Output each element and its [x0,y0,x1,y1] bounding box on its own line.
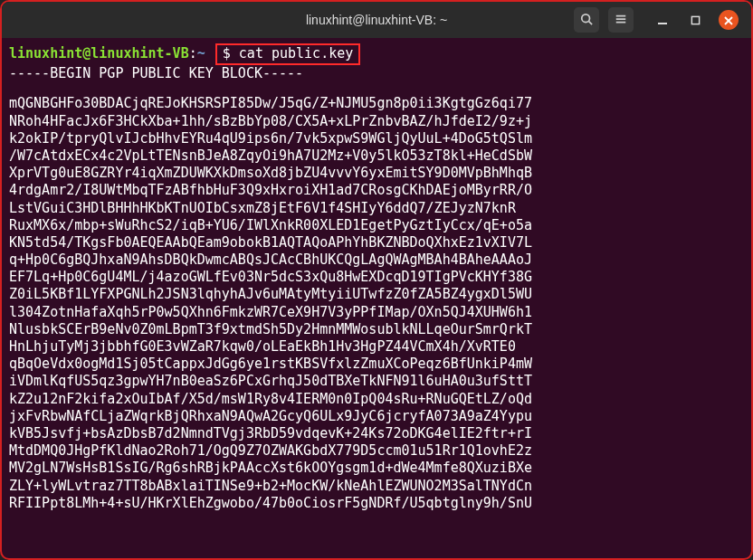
menu-button[interactable] [608,7,634,33]
pgp-line: EF7Lq+Hp0C6gU4ML/j4azoGWLfEv03Nr5dcS3xQu… [9,269,744,286]
pgp-line: RFIIPpt8LMh+4+sU/HKrXlEhZgwobo/47b0oCios… [9,495,744,512]
pgp-line: 4rdgAmr2/I8UWtMbqTFzABfhbHuF3Q9xHxroiXH1… [9,182,744,199]
pgp-line: LstVGuiC3HDlBHHhHKbKTnUOIbCsxmZ8jEtF6V1f… [9,200,744,217]
pgp-line: q+Hp0C6gBQJhxaN9AhsDBQkDwmcABQsJCAcCBhUK… [9,252,744,269]
prompt-line: linuxhint@linuxhint-VB:~ $ cat public.ke… [9,43,744,65]
pgp-begin-line: -----BEGIN PGP PUBLIC KEY BLOCK----- [9,65,744,82]
pgp-line: KN5td54/TKgsFb0AEQEAAbQEam9obokB1AQTAQoA… [9,234,744,252]
pgp-line: MV2gLN7WsHsB1SsIG/Rg6shRBjkPAAccXst6kOOY… [9,460,744,477]
titlebar: linuxhint@linuxhint-VB: ~ [2,2,751,38]
pgp-line: k2okIP/tpryQlvIJcbHhvEYRu4qU9ips6n/7vk5x… [9,130,744,147]
maximize-button[interactable] [686,11,704,29]
minimize-icon [657,12,668,29]
svg-point-0 [582,14,590,22]
terminal-window: linuxhint@linuxhint-VB: ~ [0,0,753,560]
pgp-line: iVDmlKqfUS5qz3gpwYH7nB0eaSz6PCxGrhqJ50dT… [9,373,744,390]
maximize-icon [691,12,701,29]
pgp-line: HnLhjuTyMj3jbbhfG0E3vWZaR7kqw0/oLEaEkBh1… [9,338,744,356]
pgp-line: Z0iL5KBf1LYFXPGNLh2JSN3lqhyhAJv6uMAtyMty… [9,286,744,303]
window-title: linuxhint@linuxhint-VB: ~ [306,13,447,27]
prompt-path: ~ [197,45,205,62]
pgp-line: /W7cAtdxECx4c2VpLtTENsnBJeA8ZqyOi9hA7U2M… [9,147,744,165]
hamburger-icon [615,13,627,28]
close-icon [724,12,733,29]
prompt-colon: : [189,45,197,62]
pgp-line: kVB5Jsvfj+bsAzDbsB7d2NmndTVgj3RbD59vdqev… [9,425,744,442]
pgp-line: NlusbkSCErB9eNv0Z0mLBpmT3f9xtmdSh5Dy2Hmn… [9,321,744,338]
minimize-button[interactable] [653,11,672,29]
pgp-line: mQGNBGHFo30BDACjqREJoKHSRSPI85Dw/J5qG/Z+… [9,95,744,112]
terminal-area[interactable]: linuxhint@linuxhint-VB:~ $ cat public.ke… [2,38,751,558]
command-text: cat public.key [239,45,353,62]
search-button[interactable] [574,7,599,33]
prompt-user-host: linuxhint@linuxhint-VB [9,45,189,62]
command-highlight: $ cat public.key [215,43,361,65]
svg-line-1 [589,21,593,24]
search-icon [580,13,593,28]
close-button[interactable] [719,10,739,30]
pgp-line: kZ2u12nF2kifa2xOuIbAf/X5d/msW1Ry8v4IERM0… [9,391,744,408]
pgp-line: ZLY+lyWLvtraz7TT8bABxlaiTINSe9+b2+MocKW/… [9,478,744,495]
pgp-line: MtdDMQ0JHgPfKldNao2Roh71/OgQ9Z7OZWAKGbdX… [9,442,744,460]
svg-rect-6 [691,16,699,24]
pgp-line: NRoh4HFacJx6F3HCkXba+1hh/sBzBbYp08/CX5A+… [9,113,744,130]
pgp-line: XprVTg0uE8GZRYr4iqXmZDUWKXkDmsoXd8jbZU4v… [9,165,744,182]
pgp-key-body: mQGNBGHFo30BDACjqREJoKHSRSPI85Dw/J5qG/Z+… [9,95,744,512]
pgp-line: qBqOeVdx0ogMd1Sj05tCappxJdGg6ye1rstKBSVf… [9,356,744,373]
prompt-dollar: $ [223,45,231,62]
pgp-line: l304ZotnHafaXqh5rP0w5QXhn6FmkzWR7CeX9H7V… [9,304,744,321]
pgp-line: jxFvRbwNAfCLjaZWqrkBjQRhxaN9AQwA2GcyQ6UL… [9,408,744,425]
pgp-line: RuxMX6x/mbp+sWuRhcS2/iqB+YU6/IWlXnkR00XL… [9,217,744,234]
